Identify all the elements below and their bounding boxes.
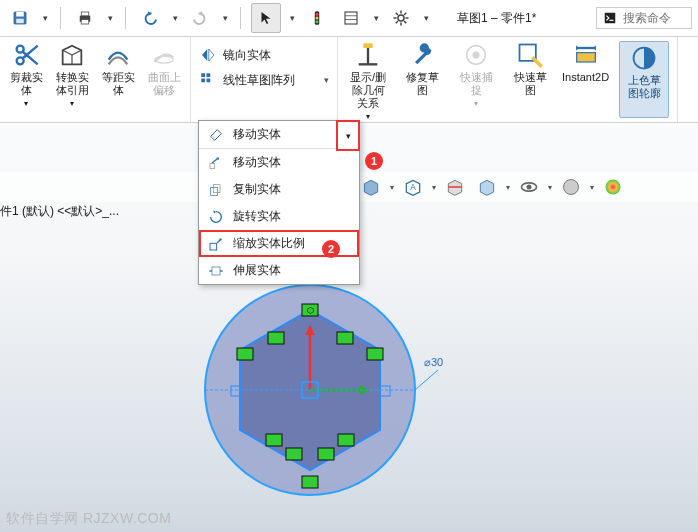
convert-entities-button[interactable]: 转换实 体引用 ▾	[54, 41, 90, 118]
svg-rect-50	[213, 184, 220, 192]
redo-dropdown[interactable]: ▾	[220, 13, 230, 23]
dropdown-item-move[interactable]: 移动实体	[199, 149, 359, 176]
move-entities-dropdown: 移动实体 ▾ 移动实体 复制实体 旋转实体 缩放实体比例 伸展实体	[198, 120, 360, 285]
svg-rect-73	[268, 332, 284, 344]
svg-rect-78	[338, 434, 354, 446]
svg-text:⬡: ⬡	[307, 306, 314, 315]
instant2d-button[interactable]: Instant2D	[562, 41, 609, 118]
svg-point-9	[316, 20, 319, 23]
svg-rect-2	[16, 19, 24, 24]
dropdown-item-stretch[interactable]: 伸展实体	[199, 257, 359, 284]
section-view-button[interactable]	[442, 176, 468, 198]
print-button[interactable]	[71, 4, 99, 32]
svg-line-84	[415, 370, 438, 390]
svg-rect-34	[201, 79, 205, 83]
dropdown-item-rotate[interactable]: 旋转实体	[199, 203, 359, 230]
settings-button[interactable]	[387, 4, 415, 32]
svg-rect-76	[367, 348, 383, 360]
svg-rect-48	[210, 163, 215, 168]
callout-badge-1: 1	[365, 152, 383, 170]
save-button[interactable]	[6, 4, 34, 32]
print-dropdown[interactable]: ▾	[105, 13, 115, 23]
svg-rect-1	[16, 12, 24, 17]
scene-button[interactable]	[474, 176, 500, 198]
svg-line-21	[404, 13, 406, 15]
quick-toolbar: ▾ ▾ ▾ ▾ ▾ ▾ ▾ 草图1 – 零件1*	[0, 0, 698, 37]
watermark: 软件自学网 RJZXW.COM	[6, 510, 171, 528]
svg-line-29	[72, 50, 81, 55]
svg-point-8	[316, 17, 319, 20]
dropdown-item-copy[interactable]: 复制实体	[199, 176, 359, 203]
linear-pattern-button[interactable]: 线性草图阵列 ▾	[199, 70, 329, 91]
svg-rect-5	[81, 20, 89, 25]
select-tool[interactable]	[251, 3, 281, 33]
svg-rect-79	[286, 448, 302, 460]
view-orientation-button[interactable]	[358, 176, 384, 198]
mirror-entities-button[interactable]: 镜向实体	[199, 45, 329, 66]
svg-rect-33	[207, 73, 211, 77]
svg-point-63	[564, 180, 579, 195]
dropdown-header[interactable]: 移动实体 ▾	[199, 121, 359, 149]
svg-point-40	[473, 52, 480, 59]
svg-rect-32	[201, 73, 205, 77]
svg-rect-22	[605, 13, 616, 24]
svg-line-20	[396, 21, 398, 23]
trim-entities-button[interactable]: 剪裁实 体 ▾	[8, 41, 44, 118]
rapid-sketch-button[interactable]: 快速草 图	[508, 41, 552, 118]
surface-offset-button: 曲面上 偏移	[146, 41, 182, 118]
svg-rect-77	[266, 434, 282, 446]
graphics-viewport[interactable]: ⬡ ⌀30	[170, 270, 450, 530]
offset-entities-button[interactable]: 等距实 体	[100, 41, 136, 118]
render-button[interactable]	[600, 176, 626, 198]
svg-line-18	[396, 13, 398, 15]
svg-rect-75	[237, 348, 253, 360]
svg-point-62	[527, 185, 532, 190]
undo-button[interactable]	[136, 4, 164, 32]
options-button[interactable]	[337, 4, 365, 32]
appearance-button[interactable]	[558, 176, 584, 198]
svg-rect-10	[345, 12, 357, 24]
select-dropdown[interactable]: ▾	[287, 13, 297, 23]
svg-point-13	[398, 15, 404, 21]
svg-text:A: A	[410, 182, 416, 192]
settings-dropdown[interactable]: ▾	[421, 13, 431, 23]
command-icon	[603, 11, 617, 25]
display-relations-button[interactable]: 显示/删 除几何 关系 ▾	[346, 41, 390, 118]
svg-line-19	[404, 21, 406, 23]
undo-dropdown[interactable]: ▾	[170, 13, 180, 23]
dropdown-arrow-button[interactable]: ▾	[336, 120, 360, 151]
display-style-button[interactable]: A	[400, 176, 426, 198]
quick-snaps-button: 快速捕 捉 ▾	[454, 41, 498, 118]
search-box[interactable]	[596, 7, 692, 29]
doc-title: 草图1 – 零件1*	[457, 10, 536, 27]
dimension-label: ⌀30	[424, 356, 443, 368]
svg-rect-81	[302, 476, 318, 488]
svg-line-28	[63, 50, 72, 55]
redo-button[interactable]	[186, 4, 214, 32]
svg-rect-52	[212, 267, 220, 275]
svg-rect-42	[576, 53, 595, 62]
svg-rect-35	[207, 79, 211, 83]
svg-rect-51	[210, 243, 217, 250]
svg-rect-74	[337, 332, 353, 344]
ribbon: 剪裁实 体 ▾ 转换实 体引用 ▾ 等距实 体 曲面上 偏移 镜向实体	[0, 37, 698, 123]
callout-badge-2: 2	[322, 240, 340, 258]
search-input[interactable]	[621, 10, 685, 26]
shaded-profile-button[interactable]: 上色草 图轮廓	[619, 41, 669, 118]
feature-tree-item[interactable]: 件1 (默认) <<默认>_...	[0, 203, 119, 220]
svg-rect-4	[81, 12, 89, 16]
svg-rect-80	[318, 448, 334, 460]
save-dropdown[interactable]: ▾	[40, 13, 50, 23]
svg-rect-38	[363, 43, 372, 48]
traffic-light-icon[interactable]	[303, 4, 331, 32]
svg-point-7	[316, 13, 319, 16]
repair-sketch-button[interactable]: 修复草 图	[400, 41, 444, 118]
svg-rect-49	[211, 187, 218, 195]
hide-show-button[interactable]	[516, 176, 542, 198]
options-dropdown[interactable]: ▾	[371, 13, 381, 23]
svg-point-64	[606, 180, 621, 195]
